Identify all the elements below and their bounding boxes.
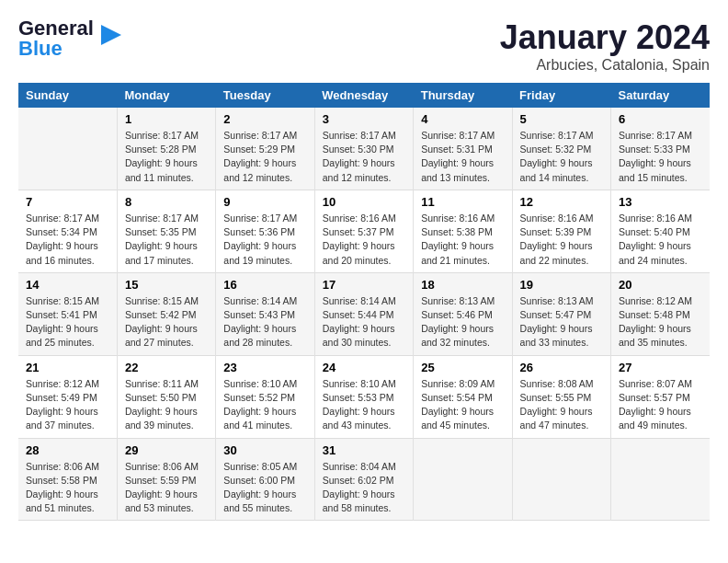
day-number: 24 <box>323 361 405 374</box>
logo-text: GeneralBlue <box>18 18 94 59</box>
calendar-cell: 8Sunrise: 8:17 AMSunset: 5:35 PMDaylight… <box>117 190 215 272</box>
location: Arbucies, Catalonia, Spain <box>500 57 710 74</box>
day-info: Sunrise: 8:10 AMSunset: 5:53 PMDaylight:… <box>323 377 405 433</box>
day-info: Sunrise: 8:12 AMSunset: 5:49 PMDaylight:… <box>26 377 109 433</box>
col-header-sunday: Sunday <box>18 83 117 108</box>
day-number: 13 <box>619 195 702 209</box>
calendar-cell: 2Sunrise: 8:17 AMSunset: 5:29 PMDaylight… <box>216 108 314 190</box>
week-row-3: 14Sunrise: 8:15 AMSunset: 5:41 PMDayligh… <box>18 272 710 355</box>
day-number: 20 <box>619 278 702 292</box>
calendar-cell <box>18 108 117 190</box>
svg-marker-0 <box>101 25 121 45</box>
calendar-cell: 16Sunrise: 8:14 AMSunset: 5:43 PMDayligh… <box>216 272 314 355</box>
calendar-cell: 6Sunrise: 8:17 AMSunset: 5:33 PMDaylight… <box>611 108 710 190</box>
day-info: Sunrise: 8:10 AMSunset: 5:52 PMDaylight:… <box>223 377 306 433</box>
day-info: Sunrise: 8:17 AMSunset: 5:29 PMDaylight:… <box>223 129 306 185</box>
calendar-cell: 17Sunrise: 8:14 AMSunset: 5:44 PMDayligh… <box>314 272 413 355</box>
day-number: 21 <box>26 361 109 374</box>
calendar-cell: 26Sunrise: 8:08 AMSunset: 5:55 PMDayligh… <box>512 355 610 438</box>
day-info: Sunrise: 8:17 AMSunset: 5:35 PMDaylight:… <box>125 212 208 268</box>
day-number: 28 <box>26 443 109 457</box>
calendar-cell: 25Sunrise: 8:09 AMSunset: 5:54 PMDayligh… <box>414 355 512 438</box>
calendar-cell: 4Sunrise: 8:17 AMSunset: 5:31 PMDaylight… <box>414 108 512 190</box>
day-number: 23 <box>223 361 306 374</box>
calendar-cell: 19Sunrise: 8:13 AMSunset: 5:47 PMDayligh… <box>512 272 610 355</box>
col-header-wednesday: Wednesday <box>314 83 413 108</box>
week-row-5: 28Sunrise: 8:06 AMSunset: 5:58 PMDayligh… <box>18 438 710 521</box>
day-number: 25 <box>421 361 504 374</box>
day-info: Sunrise: 8:17 AMSunset: 5:30 PMDaylight:… <box>323 129 405 185</box>
calendar-cell: 20Sunrise: 8:12 AMSunset: 5:48 PMDayligh… <box>611 272 710 355</box>
calendar-cell: 9Sunrise: 8:17 AMSunset: 5:36 PMDaylight… <box>216 190 314 272</box>
calendar-cell: 10Sunrise: 8:16 AMSunset: 5:37 PMDayligh… <box>314 190 413 272</box>
week-row-4: 21Sunrise: 8:12 AMSunset: 5:49 PMDayligh… <box>18 355 710 438</box>
day-info: Sunrise: 8:17 AMSunset: 5:32 PMDaylight:… <box>520 129 603 185</box>
day-number: 9 <box>223 195 306 209</box>
header-row: SundayMondayTuesdayWednesdayThursdayFrid… <box>18 83 710 108</box>
calendar-cell <box>611 438 710 521</box>
calendar-cell: 14Sunrise: 8:15 AMSunset: 5:41 PMDayligh… <box>18 272 117 355</box>
day-info: Sunrise: 8:13 AMSunset: 5:47 PMDaylight:… <box>520 294 603 350</box>
day-info: Sunrise: 8:15 AMSunset: 5:41 PMDaylight:… <box>26 294 109 350</box>
calendar-cell: 12Sunrise: 8:16 AMSunset: 5:39 PMDayligh… <box>512 190 610 272</box>
day-number: 26 <box>520 361 603 374</box>
day-info: Sunrise: 8:16 AMSunset: 5:39 PMDaylight:… <box>520 212 603 268</box>
calendar-cell: 22Sunrise: 8:11 AMSunset: 5:50 PMDayligh… <box>117 355 215 438</box>
day-number: 29 <box>125 443 208 457</box>
day-number: 8 <box>125 195 208 209</box>
day-info: Sunrise: 8:17 AMSunset: 5:31 PMDaylight:… <box>421 129 504 185</box>
day-number: 18 <box>421 278 504 292</box>
calendar-cell: 1Sunrise: 8:17 AMSunset: 5:28 PMDaylight… <box>117 108 215 190</box>
calendar-cell: 24Sunrise: 8:10 AMSunset: 5:53 PMDayligh… <box>314 355 413 438</box>
day-number: 6 <box>619 112 702 126</box>
col-header-monday: Monday <box>117 83 215 108</box>
day-number: 2 <box>223 112 306 126</box>
col-header-tuesday: Tuesday <box>216 83 314 108</box>
calendar-cell: 11Sunrise: 8:16 AMSunset: 5:38 PMDayligh… <box>414 190 512 272</box>
calendar-cell: 27Sunrise: 8:07 AMSunset: 5:57 PMDayligh… <box>611 355 710 438</box>
day-info: Sunrise: 8:17 AMSunset: 5:28 PMDaylight:… <box>125 129 208 185</box>
page-header: GeneralBlue January 2024 Arbucies, Catal… <box>18 18 710 74</box>
day-info: Sunrise: 8:06 AMSunset: 5:58 PMDaylight:… <box>26 460 109 516</box>
day-info: Sunrise: 8:14 AMSunset: 5:43 PMDaylight:… <box>223 294 306 350</box>
calendar-cell: 21Sunrise: 8:12 AMSunset: 5:49 PMDayligh… <box>18 355 117 438</box>
day-number: 15 <box>125 278 208 292</box>
day-number: 11 <box>421 195 504 209</box>
col-header-thursday: Thursday <box>414 83 512 108</box>
calendar-cell: 23Sunrise: 8:10 AMSunset: 5:52 PMDayligh… <box>216 355 314 438</box>
day-info: Sunrise: 8:04 AMSunset: 6:02 PMDaylight:… <box>323 460 405 516</box>
calendar-cell: 28Sunrise: 8:06 AMSunset: 5:58 PMDayligh… <box>18 438 117 521</box>
day-number: 31 <box>323 443 405 457</box>
day-info: Sunrise: 8:13 AMSunset: 5:46 PMDaylight:… <box>421 294 504 350</box>
calendar-cell: 3Sunrise: 8:17 AMSunset: 5:30 PMDaylight… <box>314 108 413 190</box>
calendar-cell: 5Sunrise: 8:17 AMSunset: 5:32 PMDaylight… <box>512 108 610 190</box>
day-info: Sunrise: 8:17 AMSunset: 5:33 PMDaylight:… <box>619 129 702 185</box>
col-header-saturday: Saturday <box>611 83 710 108</box>
calendar-cell <box>512 438 610 521</box>
day-info: Sunrise: 8:08 AMSunset: 5:55 PMDaylight:… <box>520 377 603 433</box>
day-info: Sunrise: 8:07 AMSunset: 5:57 PMDaylight:… <box>619 377 702 433</box>
week-row-2: 7Sunrise: 8:17 AMSunset: 5:34 PMDaylight… <box>18 190 710 272</box>
day-number: 10 <box>323 195 405 209</box>
calendar-cell: 13Sunrise: 8:16 AMSunset: 5:40 PMDayligh… <box>611 190 710 272</box>
day-number: 4 <box>421 112 504 126</box>
month-title: January 2024 <box>500 18 710 57</box>
title-section: January 2024 Arbucies, Catalonia, Spain <box>500 18 710 74</box>
day-number: 22 <box>125 361 208 374</box>
calendar-cell: 7Sunrise: 8:17 AMSunset: 5:34 PMDaylight… <box>18 190 117 272</box>
calendar-cell: 18Sunrise: 8:13 AMSunset: 5:46 PMDayligh… <box>414 272 512 355</box>
week-row-1: 1Sunrise: 8:17 AMSunset: 5:28 PMDaylight… <box>18 108 710 190</box>
day-info: Sunrise: 8:15 AMSunset: 5:42 PMDaylight:… <box>125 294 208 350</box>
day-info: Sunrise: 8:17 AMSunset: 5:36 PMDaylight:… <box>223 212 306 268</box>
day-info: Sunrise: 8:16 AMSunset: 5:38 PMDaylight:… <box>421 212 504 268</box>
col-header-friday: Friday <box>512 83 610 108</box>
calendar-cell: 31Sunrise: 8:04 AMSunset: 6:02 PMDayligh… <box>314 438 413 521</box>
day-info: Sunrise: 8:14 AMSunset: 5:44 PMDaylight:… <box>323 294 405 350</box>
calendar-cell: 15Sunrise: 8:15 AMSunset: 5:42 PMDayligh… <box>117 272 215 355</box>
day-number: 14 <box>26 278 109 292</box>
day-info: Sunrise: 8:06 AMSunset: 5:59 PMDaylight:… <box>125 460 208 516</box>
day-info: Sunrise: 8:11 AMSunset: 5:50 PMDaylight:… <box>125 377 208 433</box>
day-info: Sunrise: 8:12 AMSunset: 5:48 PMDaylight:… <box>619 294 702 350</box>
day-number: 7 <box>26 195 109 209</box>
day-number: 19 <box>520 278 603 292</box>
